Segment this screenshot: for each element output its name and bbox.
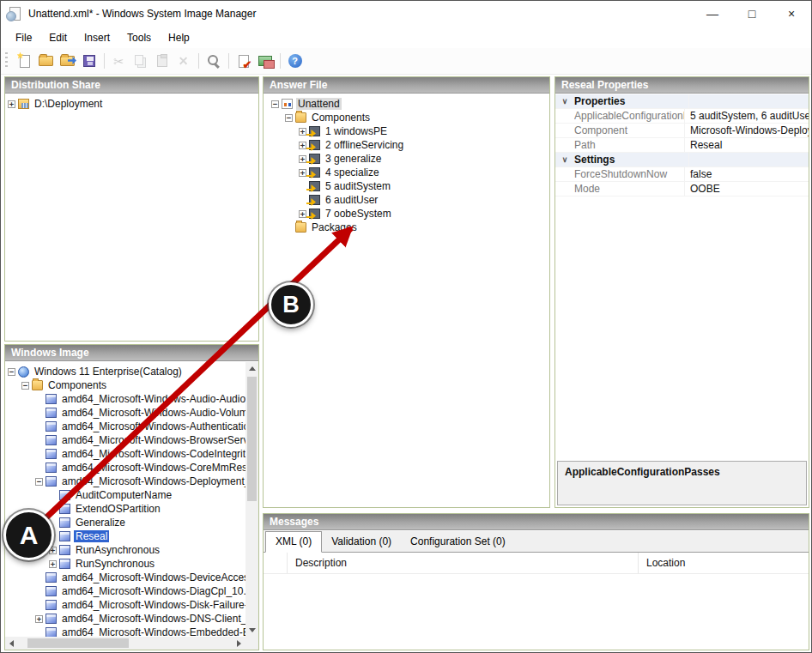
tree-item[interactable]: + 2 offlineServicing [269, 138, 549, 152]
toolbar-separator [224, 51, 233, 72]
expander-toggle[interactable]: − [21, 382, 29, 390]
expander-toggle[interactable]: + [35, 615, 43, 623]
tree-item[interactable]: amd64_Microsoft-Windows-BrowserService [5, 433, 245, 447]
property-value[interactable]: 5 auditSystem, 6 auditUser, 7 oo [684, 109, 809, 123]
cut-button[interactable]: ✂ [108, 51, 130, 72]
property-value[interactable]: Microsoft-Windows-Deployment [684, 124, 809, 137]
minimize-button[interactable]: — [693, 1, 732, 27]
tree-item[interactable]: 6 auditUser [269, 193, 549, 207]
property-name: Component [574, 124, 684, 136]
property-name: Settings [574, 154, 688, 166]
component-cube-icon [59, 490, 70, 500]
vertical-scroll-thumb[interactable] [247, 377, 257, 501]
scrollbar-corner [245, 637, 258, 650]
new-answer-file-button[interactable] [14, 51, 35, 72]
create-configuration-set-button[interactable] [254, 51, 276, 72]
expander-toggle[interactable]: − [285, 114, 293, 122]
help-button[interactable]: ? [284, 51, 306, 72]
tree-item[interactable]: + 4 specialize [269, 166, 549, 179]
find-button[interactable] [203, 51, 224, 72]
tree-item[interactable]: + RunSynchronous [5, 557, 245, 571]
tree-item[interactable]: + amd64_Microsoft-Windows-DNS-Client_10. [5, 612, 245, 626]
tree-item[interactable]: + 1 windowsPE [269, 124, 549, 138]
tree-item[interactable]: amd64_Microsoft-Windows-Embedded-Boo [5, 626, 245, 637]
expander-toggle[interactable]: + [299, 128, 306, 136]
property-value[interactable] [688, 94, 809, 108]
expander-toggle[interactable]: + [8, 100, 15, 108]
tree-item-label: 6 auditUser [324, 194, 379, 206]
tree-item[interactable]: − Components [5, 378, 245, 392]
tree-item[interactable]: − Unattend [269, 97, 549, 111]
scroll-down-arrow[interactable] [245, 624, 258, 637]
property-row[interactable]: ∨ Properties [555, 94, 809, 109]
tree-item[interactable]: − Components [269, 111, 549, 124]
expander-toggle[interactable]: − [8, 368, 15, 376]
tree-item[interactable]: AuditComputerName [5, 488, 245, 502]
expander-toggle[interactable]: − [271, 100, 279, 108]
horizontal-scrollbar[interactable] [5, 637, 245, 650]
tree-item[interactable]: amd64_Microsoft-Windows-Audio-VolumeC [5, 406, 245, 420]
tree-item[interactable]: − amd64_Microsoft-Windows-Deployment_10 [5, 475, 245, 488]
tree-item[interactable]: amd64_Microsoft-Windows-Audio-AudioCor [5, 392, 245, 406]
tree-item-label: amd64_Microsoft-Windows-DeviceAccess_ [60, 571, 245, 583]
property-name: ApplicableConfigurationP [574, 110, 684, 122]
menu-tools[interactable]: Tools [118, 28, 160, 47]
scroll-up-arrow[interactable] [245, 362, 258, 375]
menu-file[interactable]: File [7, 28, 40, 47]
tab-configuration-set[interactable]: Configuration Set (0) [401, 532, 515, 552]
tree-item[interactable]: Packages [269, 221, 549, 234]
tree-item[interactable]: + 7 oobeSystem [269, 207, 549, 221]
tab-xml[interactable]: XML (0) [265, 531, 322, 553]
expander-toggle[interactable]: − [35, 478, 43, 486]
tree-item[interactable]: + 3 generalize [269, 152, 549, 166]
close-button[interactable]: × [772, 1, 811, 27]
expander-toggle[interactable]: + [299, 142, 306, 149]
copy-button[interactable] [130, 51, 151, 72]
property-value[interactable]: Reseal [684, 138, 809, 152]
scroll-right-arrow[interactable] [233, 637, 245, 650]
tree-item[interactable]: amd64_Microsoft-Windows-CodeIntegrity_1 [5, 447, 245, 461]
tab-validation[interactable]: Validation (0) [322, 532, 401, 552]
property-row[interactable]: ∨ Settings [555, 153, 809, 167]
property-name: Properties [574, 95, 688, 107]
delete-button[interactable]: ✕ [173, 51, 194, 72]
tree-item[interactable]: amd64_Microsoft-Windows-Disk-Failure-Dia [5, 598, 245, 612]
app-window: Unattend.xml* - Windows System Image Man… [0, 0, 812, 653]
vertical-scrollbar[interactable] [245, 362, 258, 637]
expander-toggle[interactable]: + [299, 210, 306, 218]
chevron-down-icon[interactable]: ∨ [555, 155, 574, 164]
property-row[interactable]: ∨ ForceShutdownNow false [555, 167, 809, 182]
tree-item[interactable]: amd64_Microsoft-Windows-DeviceAccess_ [5, 571, 245, 584]
tree-item[interactable]: 5 auditSystem [269, 179, 549, 193]
open-answer-file-button[interactable] [35, 51, 57, 72]
property-value[interactable] [688, 153, 809, 166]
property-value[interactable]: OOBE [684, 182, 809, 196]
open-windows-image-button[interactable] [57, 51, 78, 72]
catalog-icon [18, 366, 29, 378]
expander-toggle[interactable]: + [49, 560, 57, 568]
expander-toggle[interactable]: + [299, 169, 306, 177]
save-answer-file-button[interactable] [78, 51, 100, 72]
validate-answer-file-button[interactable]: ✔ [233, 51, 254, 72]
chevron-down-icon[interactable]: ∨ [555, 97, 574, 106]
paste-button[interactable] [151, 51, 173, 72]
tree-item[interactable]: amd64_Microsoft-Windows-DiagCpl_10.0.2 [5, 584, 245, 598]
property-row[interactable]: ∨ Component Microsoft-Windows-Deployment [555, 124, 809, 138]
horizontal-scroll-thumb[interactable] [27, 638, 129, 648]
expander-toggle[interactable]: + [299, 155, 306, 163]
menu-edit[interactable]: Edit [40, 28, 76, 47]
property-value[interactable]: false [684, 167, 809, 181]
menu-insert[interactable]: Insert [76, 28, 118, 47]
component-cube-icon [59, 545, 70, 555]
scroll-left-arrow[interactable] [5, 637, 18, 650]
tree-item[interactable]: − Windows 11 Enterprise(Catalog) [5, 365, 245, 378]
tree-item[interactable]: + D:\Deployment [5, 97, 258, 111]
tree-item[interactable]: amd64_Microsoft-Windows-CoreMmRes_10 [5, 461, 245, 475]
property-row[interactable]: ∨ Path Reseal [555, 138, 809, 153]
property-row[interactable]: ∨ ApplicableConfigurationP 5 auditSystem… [555, 109, 809, 124]
property-row[interactable]: ∨ Mode OOBE [555, 182, 809, 197]
maximize-button[interactable]: □ [732, 1, 772, 27]
share-folder-icon [18, 99, 29, 109]
menu-help[interactable]: Help [160, 28, 198, 47]
tree-item[interactable]: amd64_Microsoft-Windows-Authentication- [5, 420, 245, 433]
